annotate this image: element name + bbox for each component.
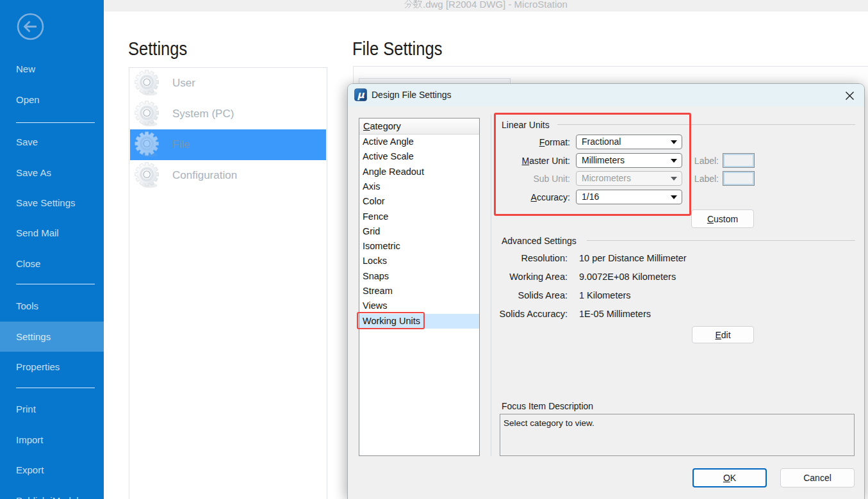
focus-item-description-label: Focus Item Description — [502, 401, 593, 411]
category-item-views[interactable]: Views — [359, 299, 479, 313]
gear-icon — [134, 69, 162, 97]
window-title: .dwg [R2004 DWG] - MicroStation — [104, 0, 868, 10]
solids-accuracy-value: 1E-05 Millimeters — [579, 309, 651, 319]
category-item-working-units[interactable]: Working Units — [359, 314, 479, 329]
category-item-label: Active Angle — [363, 136, 414, 147]
combo-value: 1/16 — [582, 192, 599, 202]
dialog-vertical-separator — [491, 115, 491, 456]
sidebar-item-label: Save — [16, 136, 38, 147]
category-item-snaps[interactable]: Snaps — [359, 269, 479, 284]
category-item-locks[interactable]: Locks — [359, 254, 479, 268]
category-header-label: Category — [363, 119, 401, 135]
master-unit-combobox[interactable]: Millimeters — [576, 153, 682, 168]
category-item-label: Color — [363, 196, 385, 206]
settings-row-file[interactable]: File — [130, 129, 326, 160]
sub-label-caption: Label: — [680, 174, 719, 184]
chevron-down-icon — [671, 177, 677, 181]
svg-text:μ: μ — [357, 89, 364, 101]
cjk-filename-glyphs — [404, 0, 422, 8]
form-label-text: Format: — [539, 137, 570, 147]
category-header[interactable]: Category — [359, 119, 479, 135]
sidebar-item-label: New — [16, 63, 35, 74]
close-icon — [845, 91, 855, 101]
sidebar-item-new[interactable]: New — [0, 54, 104, 84]
sidebar-item-save-settings[interactable]: Save Settings — [0, 188, 104, 218]
description-text: Select category to view. — [504, 418, 594, 428]
ok-button[interactable]: OK — [692, 468, 767, 487]
gear-icon — [134, 131, 162, 159]
format-combobox[interactable]: Fractional — [576, 135, 682, 149]
category-item-fence[interactable]: Fence — [359, 209, 479, 224]
accuracy-combobox[interactable]: 1/16 — [576, 190, 682, 204]
linear-units-group-label: Linear Units — [502, 120, 550, 130]
combo-value: Fractional — [582, 136, 621, 147]
category-item-label: Axis — [363, 181, 380, 192]
format-label: Format: — [500, 137, 570, 147]
accuracy-label: Accuracy: — [500, 192, 570, 202]
settings-category-list: User System (PC) File Configuration — [129, 67, 327, 499]
category-item-label: Snaps — [363, 271, 389, 281]
sidebar-item-open[interactable]: Open — [0, 85, 104, 115]
sidebar-item-export[interactable]: Export — [0, 455, 104, 485]
sidebar-divider — [16, 122, 95, 123]
solids-area-value: 1 Kilometers — [579, 290, 631, 300]
settings-heading: Settings — [128, 38, 187, 60]
sub-unit-combobox: Micrometers — [576, 171, 682, 186]
edit-button[interactable]: Edit — [692, 326, 754, 343]
category-item-grid[interactable]: Grid — [359, 224, 479, 239]
category-item-stream[interactable]: Stream — [359, 284, 479, 299]
resolution-label: Resolution: — [465, 253, 568, 263]
settings-row-system-pc[interactable]: System (PC) — [130, 99, 326, 129]
sidebar-item-save[interactable]: Save — [0, 127, 104, 157]
sidebar-item-label: Print — [16, 404, 36, 414]
category-item-active-scale[interactable]: Active Scale — [359, 149, 479, 164]
master-label-field — [723, 153, 755, 168]
sidebar-divider — [16, 388, 95, 388]
form-label-text: Sub Unit: — [533, 174, 570, 184]
category-item-active-angle[interactable]: Active Angle — [359, 135, 479, 149]
working-area-value: 9.0072E+08 Kilometers — [579, 272, 676, 282]
category-item-isometric[interactable]: Isometric — [359, 239, 479, 254]
working-area-label: Working Area: — [465, 272, 568, 282]
button-label: Edit — [715, 330, 730, 340]
sidebar-item-close[interactable]: Close — [0, 249, 104, 279]
category-item-label: Locks — [363, 256, 387, 266]
custom-button[interactable]: Custom — [691, 209, 754, 228]
category-item-color[interactable]: Color — [359, 194, 479, 209]
chevron-down-icon — [671, 159, 677, 163]
settings-row-configuration[interactable]: Configuration — [130, 160, 326, 191]
file-settings-heading: File Settings — [352, 38, 442, 60]
microstation-window: .dwg [R2004 DWG] - MicroStation New Open… — [0, 0, 868, 499]
dialog-titlebar[interactable]: μ Design File Settings — [348, 84, 864, 106]
sidebar-item-properties[interactable]: Properties — [0, 352, 104, 382]
master-unit-label: Master Unit: — [500, 156, 570, 166]
sidebar-item-label: Send Mail — [16, 227, 59, 238]
sidebar-item-print[interactable]: Print — [0, 394, 104, 424]
sidebar-item-tools[interactable]: Tools — [0, 291, 104, 321]
category-item-label: Stream — [363, 286, 393, 296]
microstation-logo-icon: μ — [354, 88, 367, 101]
sidebar-item-import[interactable]: Import — [0, 425, 104, 455]
advanced-settings-group-line — [587, 240, 855, 241]
resolution-value: 10 per Distance Millimeter — [579, 253, 687, 263]
form-label-text: Master Unit: — [522, 156, 570, 166]
chevron-down-icon — [671, 140, 677, 144]
sidebar-item-save-as[interactable]: Save As — [0, 158, 104, 188]
cancel-button[interactable]: Cancel — [780, 468, 855, 487]
sidebar-item-settings[interactable]: Settings — [0, 322, 104, 352]
settings-row-user[interactable]: User — [130, 68, 326, 99]
sidebar-item-label: Publish iModel — [16, 495, 79, 499]
category-item-label: Working Units — [363, 316, 420, 326]
category-item-label: Grid — [363, 226, 380, 236]
category-item-axis[interactable]: Axis — [359, 179, 479, 194]
window-title-text: .dwg [R2004 DWG] - MicroStation — [423, 0, 568, 10]
sidebar-item-publish-imodel[interactable]: Publish iModel — [0, 486, 104, 499]
sidebar-item-send-mail[interactable]: Send Mail — [0, 218, 104, 248]
sub-label-field — [723, 171, 755, 186]
category-item-angle-readout[interactable]: Angle Readout — [359, 165, 479, 179]
sidebar-item-label: Save As — [16, 167, 51, 178]
sidebar-item-label: Save Settings — [16, 197, 76, 208]
close-button[interactable] — [840, 86, 859, 105]
sidebar-item-label: Export — [16, 464, 44, 475]
back-button[interactable] — [17, 13, 44, 40]
